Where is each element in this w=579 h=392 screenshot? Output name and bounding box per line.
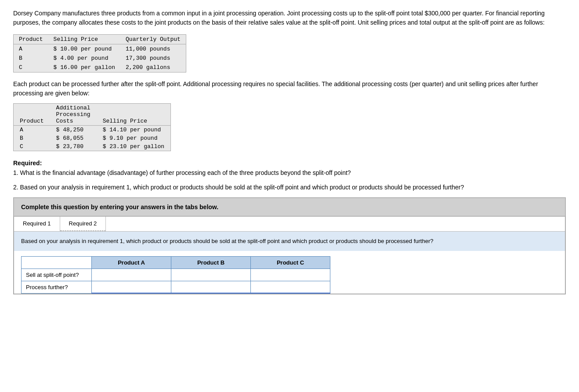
table-cell: C (14, 142, 50, 151)
table-row: A$ 10.00 per pound11,000 pounds (14, 44, 186, 54)
table-row: C$ 16.00 per gallon2,200 gallons (14, 63, 186, 73)
table1-container: Product Selling Price Quarterly Output A… (13, 34, 566, 73)
table-cell: $ 23,780 (50, 142, 97, 151)
col-product-b: Product B (171, 256, 251, 269)
table-cell: B (14, 54, 48, 63)
additional-processing-table: Product AdditionalProcessingCosts Sellin… (14, 104, 170, 151)
answer-row: Process further? (22, 281, 330, 293)
col2-selling-price: Selling Price (97, 104, 170, 126)
table-row: A$ 48,250$ 14.10 per pound (14, 126, 170, 134)
table-cell: $ 10.00 per pound (48, 44, 120, 54)
table-cell: $ 23.10 per gallon (97, 142, 170, 151)
answer-input[interactable] (92, 281, 171, 293)
answer-input[interactable] (171, 269, 250, 281)
required-item-1: 1. What is the financial advantage (disa… (13, 168, 566, 178)
table-cell: $ 16.00 per gallon (48, 63, 120, 73)
table-cell: 11,000 pounds (120, 44, 186, 54)
tabs-area: Required 1 Required 2 Based on your anal… (14, 216, 565, 294)
answer-row: Sell at split-off point? (22, 269, 330, 281)
answer-input[interactable] (171, 281, 250, 293)
tab-required-2[interactable]: Required 2 (60, 217, 106, 231)
required-item-2: 2. Based on your analysis in requirement… (13, 183, 566, 192)
table-cell: 2,200 gallons (120, 63, 186, 73)
answer-input-cell[interactable] (92, 281, 171, 293)
complete-box-wrapper: Complete this question by entering your … (13, 197, 566, 294)
col2-product: Product (14, 104, 50, 126)
col-product-a: Product A (92, 256, 171, 269)
answer-table-area: Product A Product B Product C Sell at sp… (14, 251, 565, 294)
col-selling-price: Selling Price (48, 35, 120, 44)
selling-price-table: Product Selling Price Quarterly Output A… (13, 34, 186, 73)
answer-input-cell[interactable] (171, 269, 251, 281)
required-heading: Required: (13, 160, 566, 167)
table-cell: C (14, 63, 48, 73)
table2-container: Product AdditionalProcessingCosts Sellin… (13, 103, 566, 152)
col-product: Product (14, 35, 48, 44)
empty-header (22, 256, 92, 269)
table-cell: A (14, 44, 48, 54)
answer-input[interactable] (92, 269, 171, 281)
col-product-c: Product C (251, 256, 330, 269)
tab-required-1[interactable]: Required 1 (14, 217, 60, 231)
table-row: C$ 23,780$ 23.10 per gallon (14, 142, 170, 151)
table-cell: $ 9.10 per pound (97, 134, 170, 142)
complete-box: Complete this question by entering your … (14, 198, 565, 216)
middle-text: Each product can be processed further af… (13, 80, 566, 98)
tabs-row: Required 1 Required 2 (14, 217, 565, 232)
table-cell: $ 4.00 per pound (48, 54, 120, 63)
answer-input-cell[interactable] (92, 269, 171, 281)
answer-input-cell[interactable] (251, 269, 330, 281)
table-row: B$ 68,055$ 9.10 per pound (14, 134, 170, 142)
intro-paragraph: Dorsey Company manufactures three produc… (13, 9, 566, 27)
tab2-content: Based on your analysis in requirement 1,… (14, 232, 565, 251)
answer-table: Product A Product B Product C Sell at sp… (21, 256, 330, 294)
table-row: B$ 4.00 per pound17,300 pounds (14, 54, 186, 63)
answer-input-cell[interactable] (251, 281, 330, 293)
answer-input-cell[interactable] (171, 281, 251, 293)
col-quarterly-output: Quarterly Output (120, 35, 186, 44)
col2-additional-costs: AdditionalProcessingCosts (50, 104, 97, 126)
answer-input[interactable] (251, 281, 330, 293)
table-cell: $ 48,250 (50, 126, 97, 134)
table-cell: $ 68,055 (50, 134, 97, 142)
table-cell: A (14, 126, 50, 134)
answer-input[interactable] (251, 269, 330, 281)
table-cell: B (14, 134, 50, 142)
table-cell: $ 14.10 per pound (97, 126, 170, 134)
row-label: Process further? (22, 281, 92, 293)
row-label: Sell at split-off point? (22, 269, 92, 281)
table-cell: 17,300 pounds (120, 54, 186, 63)
